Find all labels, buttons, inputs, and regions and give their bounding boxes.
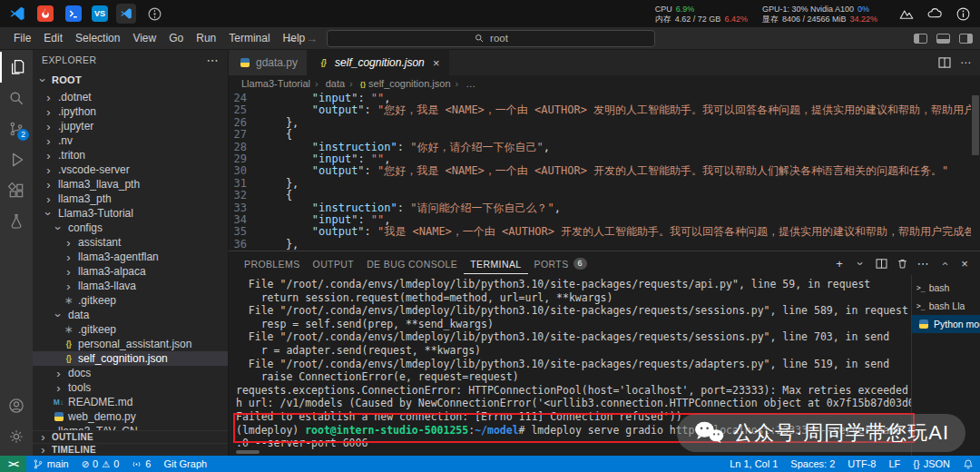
toggle-panel-icon[interactable] [936,34,950,44]
tree-item[interactable]: ∗ .gitkeep [33,322,228,337]
encoding[interactable]: UTF-8 [841,456,882,472]
more-actions-icon[interactable]: ⋯ [960,56,971,69]
account-icon[interactable] [0,390,33,421]
cloud-icon[interactable] [925,4,945,24]
cursor-position[interactable]: Ln 1, Col 1 [723,456,784,472]
tree-item[interactable]: › llama3_TAV_CN [33,424,228,430]
more-actions-icon[interactable]: ⋯ [207,54,219,67]
menu-item[interactable]: View [126,29,162,47]
breadcrumb-item[interactable]: … [451,78,476,89]
terminal-instance[interactable]: >_ bash [912,279,980,297]
tree-item[interactable]: M↓ README.md [33,395,228,409]
tree-item[interactable]: › llama3_llava_pth [33,177,228,192]
explorer-icon[interactable] [0,52,33,83]
panel-tab[interactable]: TERMINAL [464,253,527,274]
chevron-down-icon[interactable]: › [854,257,867,270]
info-icon[interactable] [953,4,973,24]
editor-tab[interactable]: {} self_cognition.json × [308,50,449,75]
breadcrumb-item[interactable]: data [310,78,345,89]
warning-count: 0 [113,458,119,469]
editor-scrollbar[interactable] [971,92,980,251]
terminal-token: requests.exceptions.ConnectionError: HTT… [236,384,911,397]
tree-item[interactable]: {} self_cognition.json [33,351,228,366]
scrollbar-thumb[interactable] [972,95,979,155]
git-graph-button[interactable]: Git Graph [157,456,213,472]
vscode-remote-icon[interactable] [116,4,136,24]
tree-item[interactable]: › llama3_pth [33,192,228,206]
split-terminal-icon[interactable] [875,259,887,269]
tree-item[interactable]: {} personal_assistant.json [33,337,228,351]
back-icon[interactable]: ← [285,32,297,45]
source-control-icon[interactable]: 2 [0,113,33,144]
terminal-hscrollbar[interactable] [236,450,260,454]
tree-item[interactable]: › llama3-alpaca [33,264,228,279]
tree-item[interactable]: › assistant [33,235,228,250]
flame-icon[interactable] [35,4,55,24]
run-debug-icon[interactable] [0,144,33,175]
notifications-bell-icon[interactable] [956,456,980,472]
language-mode[interactable]: {} JSON [906,456,956,472]
editor-tab[interactable]: gdata.py [229,50,308,75]
panel-tab[interactable]: OUTPUT [307,253,361,274]
vscode-logo-icon[interactable] [7,4,27,24]
panel-tab[interactable]: DE BUG CONSOLE [360,253,464,274]
search-activity-icon[interactable] [0,83,33,113]
panel-tab[interactable]: PORTS 6 [528,252,593,274]
tree-item[interactable]: › llama3-llava [33,279,228,293]
forward-icon[interactable]: → [306,32,318,45]
tree-item[interactable]: web_demo.py [33,409,228,424]
menu-item[interactable]: Edit [37,29,69,47]
extensions-icon[interactable] [0,175,33,206]
tree-item[interactable]: › llama3-agentflan [33,250,228,264]
compass-icon[interactable] [144,4,164,24]
tree-item[interactable]: › .triton [33,148,228,162]
command-center-text: root [490,33,508,44]
close-icon[interactable]: × [433,56,440,70]
toggle-secondary-sidebar-icon[interactable] [959,34,973,44]
kill-terminal-icon[interactable] [896,258,908,270]
tree-item[interactable]: › tools [33,380,228,395]
tree-item[interactable]: › .vscode-server [33,162,228,177]
indentation[interactable]: Spaces: 2 [784,456,841,472]
tree-item[interactable]: › data [33,308,228,322]
tree-item[interactable]: › .dotnet [33,90,228,104]
timeline-section[interactable]: › TIMELINE [33,443,228,456]
command-center[interactable]: root [327,30,655,47]
mountains-icon[interactable] [897,4,916,24]
menu-item[interactable]: File [7,29,37,47]
editor[interactable]: 24 "input": "", 25 "output": "您好，我是 <NAM… [229,92,980,251]
tree-item[interactable]: › Llama3-Tutorial [33,206,228,221]
menu-item[interactable]: Go [162,29,190,47]
tree-item[interactable]: › docs [33,366,228,380]
settings-gear-icon[interactable] [0,421,33,452]
terminal-instance[interactable]: >_ bash Lla [912,297,980,315]
menu-item[interactable]: Run [190,29,222,47]
terminal-app-icon[interactable] [64,4,83,24]
toggle-sidebar-icon[interactable] [914,34,927,44]
problems-status[interactable]: ⊘ 0 ⚠ 0 [75,456,126,472]
more-actions-icon[interactable]: ⋯ [916,257,929,270]
split-editor-icon[interactable] [938,57,951,68]
remote-indicator[interactable]: >< [0,456,26,472]
tree-item[interactable]: › configs [33,221,228,235]
menu-item[interactable]: Selection [69,29,126,47]
panel-tab[interactable]: PROBLEMS [238,253,307,274]
menu-item[interactable]: Terminal [222,29,276,47]
git-branch[interactable]: main [26,456,75,472]
flask-icon[interactable] [0,206,33,237]
outline-section[interactable]: › OUTLINE [33,430,228,443]
root-folder-header[interactable]: › ROOT [33,70,228,90]
vs-badge-icon[interactable]: VS [92,5,108,22]
ports-status[interactable]: 6 [125,456,157,472]
breadcrumb-item[interactable]: Llama3-Tutorial [241,78,310,89]
close-panel-icon[interactable]: × [958,257,971,270]
tree-item[interactable]: › .jupyter [33,119,228,133]
tree-item[interactable]: › .ipython [33,104,228,119]
tree-item[interactable]: › .nv [33,133,228,148]
tree-item[interactable]: ∗ .gitkeep [33,293,228,308]
eol-indicator[interactable]: LF [882,456,906,472]
terminal-instance[interactable]: Python model [912,315,980,333]
maximize-panel-icon[interactable]: › [937,257,951,270]
new-terminal-icon[interactable]: + [833,257,846,270]
breadcrumb-item[interactable]: {} self_cognition.json [345,78,450,89]
